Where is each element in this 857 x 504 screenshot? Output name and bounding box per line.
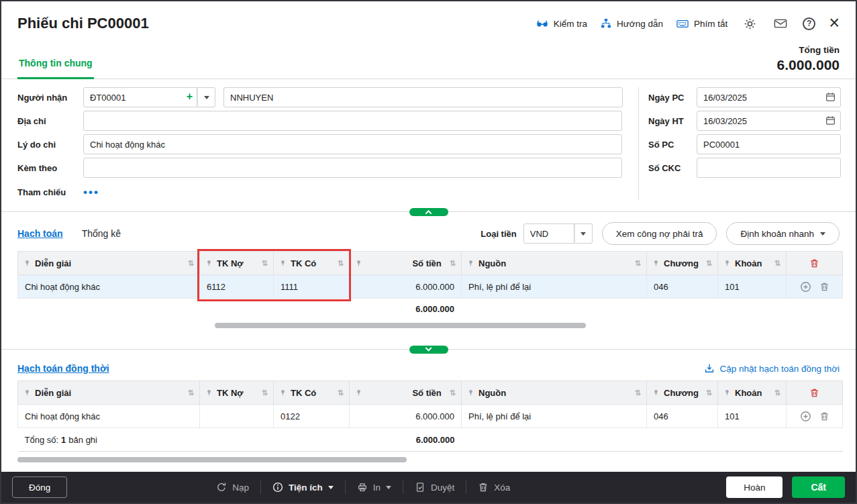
pin-icon[interactable]: [355, 389, 362, 397]
sort-icon[interactable]: ⇅: [450, 389, 456, 397]
pin-icon[interactable]: [723, 260, 731, 267]
calendar-icon[interactable]: [825, 92, 836, 102]
pin-icon[interactable]: [279, 260, 287, 267]
posting-date-input[interactable]: [697, 111, 841, 131]
pin-icon[interactable]: [205, 389, 213, 397]
sort-icon[interactable]: ⇅: [706, 389, 712, 397]
help-button[interactable]: ?: [803, 17, 815, 30]
address-input[interactable]: [83, 111, 622, 131]
ckc-no-input[interactable]: [697, 158, 841, 178]
pin-icon[interactable]: [652, 260, 660, 267]
pin-icon[interactable]: [205, 260, 213, 267]
horizontal-scrollbar[interactable]: [215, 323, 586, 328]
cell-nguon[interactable]: Phí, lệ phí để lại: [462, 275, 647, 299]
simultaneous-title[interactable]: Hạch toán đồng thời: [17, 363, 109, 374]
col-tk-no[interactable]: TK Nợ⇅: [200, 252, 274, 275]
tab-general-info[interactable]: Thông tin chung: [17, 58, 94, 79]
pin-icon[interactable]: [279, 389, 287, 397]
cell-so-tien[interactable]: 6.000.000: [350, 275, 462, 299]
check-button[interactable]: Kiểm tra: [536, 19, 587, 29]
delete-button[interactable]: Xóa: [466, 482, 521, 493]
col-nguon[interactable]: Nguồn⇅: [462, 252, 647, 275]
reference-more-button[interactable]: •••: [83, 187, 99, 198]
sort-icon[interactable]: ⇅: [338, 389, 344, 397]
sort-icon[interactable]: ⇅: [338, 259, 344, 268]
settings-button[interactable]: [741, 15, 758, 32]
pin-icon[interactable]: [723, 389, 731, 397]
update-simultaneous-button[interactable]: Cập nhật hạch toán đồng thời: [704, 363, 840, 374]
calendar-icon[interactable]: [825, 115, 836, 125]
cell-tk-no[interactable]: [200, 405, 274, 428]
close-button[interactable]: Đóng: [12, 476, 67, 498]
close-icon[interactable]: ×: [829, 16, 840, 31]
col-so-tien[interactable]: Số tiền⇅: [350, 252, 462, 275]
cell-tk-co[interactable]: 1111: [274, 275, 350, 299]
shortcut-button[interactable]: Phím tắt: [676, 19, 727, 29]
utilities-button[interactable]: Tiện ích: [261, 482, 345, 493]
attachment-input[interactable]: [83, 158, 622, 178]
quick-entry-button[interactable]: Định khoản nhanh: [726, 222, 840, 245]
tab-statistics[interactable]: Thống kê: [82, 228, 121, 239]
sort-icon[interactable]: ⇅: [635, 259, 641, 268]
col-nguon[interactable]: Nguồn⇅: [462, 381, 647, 405]
cell-chuong[interactable]: 046: [647, 275, 718, 299]
cell-chuong[interactable]: 046: [647, 405, 718, 428]
col-khoan[interactable]: Khoản⇅: [718, 381, 787, 405]
cell-nguon[interactable]: Phí, lệ phí để lại: [462, 405, 647, 428]
view-payables-button[interactable]: Xem công nợ phải trả: [602, 222, 717, 245]
col-chuong[interactable]: Chương⇅: [647, 381, 718, 405]
feedback-button[interactable]: [772, 15, 789, 32]
add-recipient-icon[interactable]: +: [187, 90, 193, 103]
undo-button[interactable]: Hoàn: [726, 476, 783, 498]
cell-khoan[interactable]: 101: [718, 405, 787, 428]
sort-icon[interactable]: ⇅: [635, 389, 641, 397]
col-so-tien[interactable]: Số tiền⇅: [350, 381, 462, 405]
guide-button[interactable]: Hướng dẫn: [601, 18, 663, 29]
recipient-code-input[interactable]: [83, 87, 197, 107]
col-tk-co[interactable]: TK Có⇅: [274, 381, 350, 405]
pin-icon[interactable]: [23, 389, 31, 397]
voucher-date-input[interactable]: [697, 87, 841, 107]
col-dien-giai[interactable]: Diễn giải⇅: [18, 381, 200, 405]
tab-accounting[interactable]: Hạch toán: [17, 228, 63, 239]
col-tk-co[interactable]: TK Có⇅: [274, 252, 350, 275]
currency-dropdown-button[interactable]: [574, 223, 593, 244]
reload-button[interactable]: Nạp: [205, 482, 260, 493]
sort-icon[interactable]: ⇅: [262, 389, 268, 397]
sort-icon[interactable]: ⇅: [188, 259, 194, 268]
delete-all-icon[interactable]: [809, 258, 819, 268]
save-button[interactable]: Cất: [792, 476, 845, 498]
cell-so-tien[interactable]: 6.000.000: [350, 405, 462, 428]
delete-row-icon[interactable]: [819, 282, 829, 292]
col-dien-giai[interactable]: Diễn giải⇅: [18, 252, 200, 275]
col-tk-no[interactable]: TK Nợ⇅: [200, 381, 274, 405]
col-chuong[interactable]: Chương⇅: [647, 252, 718, 275]
add-row-icon[interactable]: [800, 411, 811, 422]
horizontal-scrollbar[interactable]: [17, 457, 407, 462]
cell-tk-co[interactable]: 0122: [274, 405, 350, 428]
pin-icon[interactable]: [467, 389, 474, 397]
currency-input[interactable]: [523, 223, 574, 244]
cell-dien-giai[interactable]: Chi hoạt động khác: [18, 405, 200, 428]
voucher-no-input[interactable]: [697, 134, 841, 154]
approve-button[interactable]: Duyệt: [403, 482, 466, 493]
collapse-form-button[interactable]: [409, 208, 448, 216]
sort-icon[interactable]: ⇅: [450, 259, 456, 268]
delete-all-icon[interactable]: [809, 388, 819, 398]
cell-tk-no[interactable]: 6112: [200, 275, 274, 299]
col-khoan[interactable]: Khoản⇅: [718, 252, 787, 275]
print-button[interactable]: In: [346, 482, 403, 493]
pin-icon[interactable]: [23, 260, 31, 267]
add-row-icon[interactable]: [800, 281, 811, 293]
cell-dien-giai[interactable]: Chi hoạt động khác: [18, 275, 200, 299]
sort-icon[interactable]: ⇅: [188, 389, 194, 397]
reason-input[interactable]: [83, 134, 622, 154]
collapse-grid-button[interactable]: [409, 346, 448, 354]
cell-khoan[interactable]: 101: [718, 275, 787, 299]
pin-icon[interactable]: [652, 389, 660, 397]
sort-icon[interactable]: ⇅: [774, 389, 780, 397]
recipient-name-input[interactable]: [223, 87, 623, 107]
sort-icon[interactable]: ⇅: [706, 259, 712, 268]
sort-icon[interactable]: ⇅: [774, 259, 780, 268]
pin-icon[interactable]: [467, 260, 474, 267]
